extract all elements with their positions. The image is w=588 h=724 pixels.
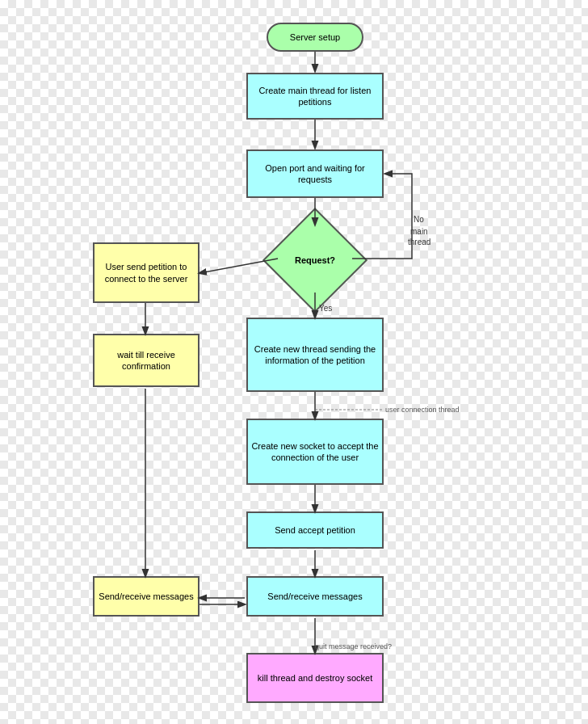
send-recv-right-shape: Send/receive messages xyxy=(246,576,384,617)
svg-text:main: main xyxy=(410,227,428,236)
send-accept-shape: Send accept petition xyxy=(246,511,384,549)
wait-confirm-label: wait till receive confirmation xyxy=(94,349,198,373)
send-recv-left-label: Send/receive messages xyxy=(99,591,193,602)
main-thread-shape: Create main thread for listen petitions xyxy=(246,73,384,120)
send-accept-label: Send accept petition xyxy=(275,524,355,536)
svg-text:quit message received?: quit message received? xyxy=(315,642,392,650)
new-socket-shape: Create new socket to accept the connecti… xyxy=(246,419,384,485)
server-setup-label: Server setup xyxy=(290,32,340,43)
user-petition-shape: User send petition to connect to the ser… xyxy=(93,242,200,303)
kill-thread-label: kill thread and destroy socket xyxy=(258,672,372,684)
open-port-label: Open port and waiting for requests xyxy=(248,162,382,186)
server-setup-shape: Server setup xyxy=(267,23,363,52)
new-socket-label: Create new socket to accept the connecti… xyxy=(248,440,382,464)
wait-confirm-shape: wait till receive confirmation xyxy=(93,334,200,387)
new-thread-shape: Create new thread sending the informatio… xyxy=(246,318,384,392)
send-recv-left-shape: Send/receive messages xyxy=(93,576,200,617)
request-diamond-wrapper: Request? xyxy=(278,223,352,297)
send-recv-right-label: Send/receive messages xyxy=(267,591,362,602)
open-port-shape: Open port and waiting for requests xyxy=(246,149,384,198)
kill-thread-shape: kill thread and destroy socket xyxy=(246,653,384,703)
request-diamond-text: Request? xyxy=(278,223,352,297)
new-thread-label: Create new thread sending the informatio… xyxy=(248,343,382,367)
user-petition-label: User send petition to connect to the ser… xyxy=(94,261,198,284)
svg-text:thread: thread xyxy=(408,238,430,246)
main-thread-label: Create main thread for listen petitions xyxy=(248,85,382,108)
svg-text:user connection thread: user connection thread xyxy=(385,406,460,414)
svg-text:No: No xyxy=(414,215,424,224)
